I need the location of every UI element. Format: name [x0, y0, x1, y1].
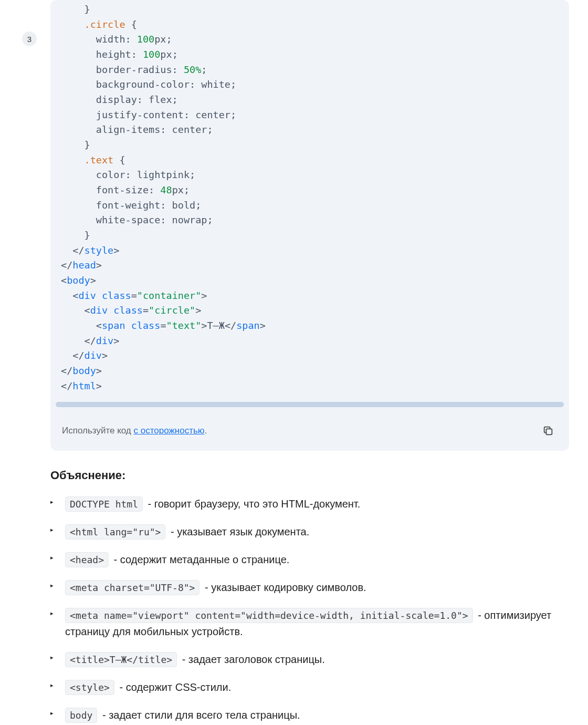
list-item-text: - содержит метаданные о странице.: [111, 554, 289, 565]
caution-text: Используйте код с осторожностью.: [62, 426, 207, 436]
explanation-heading: Объяснение:: [50, 469, 569, 482]
list-item: <head> - содержит метаданные о странице.: [50, 552, 569, 568]
list-item: body - задает стили для всего тела стран…: [50, 707, 569, 723]
list-item-text: - задает стили для всего тела страницы.: [99, 709, 300, 721]
list-item-text: - указывает язык документа.: [167, 526, 309, 537]
list-item: <html lang="ru"> - указывает язык докуме…: [50, 524, 569, 540]
inline-code: <html lang="ru">: [65, 524, 165, 540]
list-item-text: - указывает кодировку символов.: [202, 582, 366, 593]
list-item-text: - задает заголовок страницы.: [179, 654, 325, 665]
caution-link[interactable]: с осторожностью: [134, 426, 205, 436]
list-item: <style> - содержит CSS-стили.: [50, 679, 569, 696]
inline-code: body: [65, 708, 97, 723]
inline-code: <meta name="viewport" content="width=dev…: [65, 608, 473, 623]
list-item: <meta name="viewport" content="width=dev…: [50, 607, 569, 640]
horizontal-scrollbar[interactable]: [56, 402, 564, 407]
source-badge: 3: [22, 32, 37, 46]
inline-code: <style>: [65, 680, 114, 695]
list-item: DOCTYPE html - говорит браузеру, что это…: [50, 496, 569, 512]
code-block[interactable]: } .circle { width: 100px; height: 100px;…: [50, 0, 569, 404]
list-item-text: - говорит браузеру, что это HTML-докумен…: [145, 498, 360, 510]
inline-code: <meta charset="UTF-8">: [65, 580, 200, 595]
list-item-text: - содержит CSS-стили.: [117, 681, 231, 693]
inline-code: <head>: [65, 552, 109, 567]
caution-suffix: .: [205, 426, 207, 436]
copy-code-button[interactable]: [539, 421, 558, 440]
explanation-section: Объяснение: DOCTYPE html - говорит брауз…: [50, 469, 569, 725]
svg-rect-0: [546, 429, 552, 435]
caution-prefix: Используйте код: [62, 426, 134, 436]
code-footer: Используйте код с осторожностью.: [50, 409, 569, 451]
list-item: <title>Т—Ж</title> - задает заголовок ст…: [50, 651, 569, 668]
code-card: } .circle { width: 100px; height: 100px;…: [50, 0, 569, 451]
copy-icon: [542, 425, 554, 437]
inline-code: DOCTYPE html: [65, 496, 143, 512]
list-item: <meta charset="UTF-8"> - указывает кодир…: [50, 579, 569, 596]
inline-code: <title>Т—Ж</title>: [65, 652, 177, 667]
